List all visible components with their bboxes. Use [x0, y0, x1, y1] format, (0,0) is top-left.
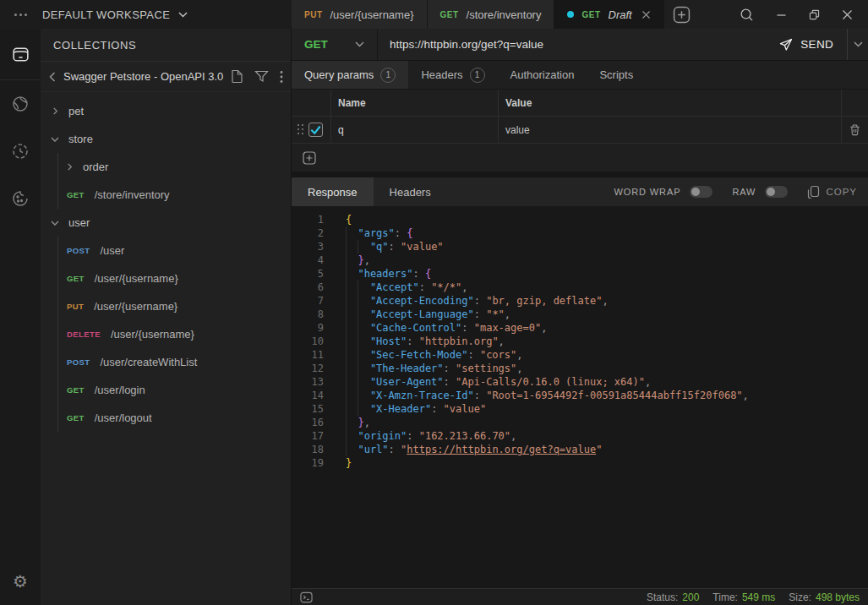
raw-toggle[interactable]: [765, 186, 788, 198]
line-content: "headers": {: [346, 267, 431, 281]
code-line: 6 "Accept": "*/*",: [292, 281, 868, 294]
minimize-button[interactable]: [776, 9, 787, 20]
tab-title: /user/{username}: [330, 8, 414, 21]
param-row: qvalue: [292, 117, 868, 144]
restore-button[interactable]: [809, 9, 820, 20]
word-wrap-toggle[interactable]: [690, 186, 712, 198]
settings-gear-icon[interactable]: ⚙: [13, 564, 28, 598]
line-content: "X-Amzn-Trace-Id": "Root=1-6954492f-0059…: [346, 389, 749, 402]
column-header-name: Name: [331, 90, 499, 116]
token: "162.213.66.70": [419, 430, 510, 442]
param-enabled-checkbox[interactable]: [308, 123, 323, 137]
code-line: 14 "X-Amzn-Trace-Id": "Root=1-6954492f-0…: [292, 389, 868, 402]
collection-request-row[interactable]: DELETE/user/{username}: [58, 320, 291, 348]
collection-folder-row[interactable]: user: [41, 209, 291, 237]
token: ,: [499, 335, 505, 347]
time-value: 549 ms: [742, 591, 775, 603]
indent-guide: [346, 416, 358, 429]
collection-request-row[interactable]: GET/user/{username}: [58, 264, 291, 292]
editor-tab[interactable]: GET/store/inventory: [428, 0, 555, 29]
line-content: },: [346, 416, 370, 429]
add-param-button[interactable]: [303, 151, 316, 165]
token: "cors": [480, 349, 516, 361]
back-chevron-icon[interactable]: [49, 72, 56, 82]
editor-tab[interactable]: GETDraft: [554, 0, 663, 29]
indent-guide: [358, 240, 369, 253]
collection-request-row[interactable]: POST/user/createWithList: [58, 348, 291, 376]
drag-handle-icon[interactable]: [298, 124, 304, 135]
collection-request-row[interactable]: GET/user/login: [58, 376, 291, 404]
send-button[interactable]: SEND: [767, 29, 847, 60]
line-number: 14: [292, 389, 324, 402]
indent-guide: [346, 375, 358, 389]
url-input[interactable]: [378, 29, 767, 60]
indent-guide: [346, 362, 358, 375]
console-icon[interactable]: [300, 591, 313, 603]
request-tab-label: Query params: [304, 68, 374, 81]
line-content: "args": {: [346, 226, 412, 240]
indent-guide: [346, 321, 358, 335]
search-icon[interactable]: [740, 8, 754, 22]
collection-request-row[interactable]: GET/store/inventory: [58, 181, 291, 209]
folder-label: user: [68, 216, 90, 229]
status-bar: Status: 200 Time: 549 ms Size: 498 bytes: [292, 588, 868, 605]
code-line: 3 "q": "value": [292, 240, 868, 253]
line-content: "Accept": "*/*",: [346, 281, 467, 294]
trash-icon: [849, 123, 861, 137]
method-dropdown[interactable]: GET: [292, 29, 378, 60]
new-tab-button[interactable]: [664, 0, 699, 29]
cookies-nav-icon[interactable]: [0, 175, 41, 222]
kebab-menu-icon[interactable]: [280, 70, 283, 84]
request-tab-headers[interactable]: Headers1: [408, 61, 497, 89]
send-options-chevron[interactable]: [847, 29, 868, 60]
tab-method-label: GET: [440, 10, 459, 19]
collection-request-row[interactable]: PUT/user/{username}: [58, 292, 291, 320]
indent-guide: [346, 281, 358, 294]
chevron-down-icon: [51, 135, 59, 144]
line-number: 15: [292, 402, 324, 416]
line-number: 7: [292, 294, 324, 308]
code-line: 10 "Host": "httpbin.org",: [292, 335, 868, 348]
request-path-label: /user/login: [95, 384, 145, 396]
panel-divider[interactable]: [292, 172, 868, 177]
collection-request-row[interactable]: POST/user: [58, 237, 291, 264]
titlebar-left: DEFAULT WORKSPACE: [0, 0, 292, 29]
param-value-cell[interactable]: value: [499, 117, 842, 143]
copy-button[interactable]: COPY: [807, 185, 857, 199]
collection-request-row[interactable]: GET/user/logout: [58, 404, 291, 432]
request-tab-authorization[interactable]: Authorization: [498, 61, 587, 89]
token: "httpbin.org": [419, 335, 499, 347]
line-number: 4: [292, 253, 324, 267]
response-tab-headers[interactable]: Headers: [374, 177, 447, 206]
token: "X-Amzn-Trace-Id": [370, 390, 474, 401]
response-tab-response[interactable]: Response: [292, 177, 374, 206]
collection-folder-row[interactable]: pet: [41, 97, 291, 125]
editor-tab-bar: PUT/user/{username}GET/store/inventoryGE…: [292, 0, 868, 29]
collection-folder-row[interactable]: store: [41, 125, 291, 153]
request-tab-scripts[interactable]: Scripts: [587, 61, 646, 89]
size-label: Size:: [789, 591, 811, 603]
delete-param-button[interactable]: [842, 117, 868, 143]
filter-funnel-icon[interactable]: [254, 70, 269, 83]
indent-guide: [358, 308, 369, 321]
sidebar: COLLECTIONS Swagger Petstore - OpenAPI 3…: [41, 29, 292, 605]
line-number: 16: [292, 416, 324, 429]
collection-name[interactable]: Swagger Petstore - OpenAPI 3.0: [63, 70, 223, 83]
response-body[interactable]: 1{2 "args": {3 "q": "value"4 },5 "header…: [292, 206, 868, 588]
workspace-selector[interactable]: DEFAULT WORKSPACE: [41, 8, 188, 21]
file-icon[interactable]: [231, 69, 243, 84]
param-name-cell[interactable]: q: [331, 117, 499, 143]
collections-nav-icon[interactable]: [0, 29, 41, 80]
close-window-button[interactable]: [842, 9, 853, 20]
environments-nav-icon[interactable]: [0, 80, 41, 128]
indent-guide: [358, 348, 369, 362]
collection-folder-row[interactable]: order: [58, 153, 291, 181]
editor-tab[interactable]: PUT/user/{username}: [292, 0, 428, 29]
request-tab-query-params[interactable]: Query params1: [292, 61, 408, 89]
close-tab-icon[interactable]: [641, 10, 651, 19]
history-nav-icon[interactable]: [0, 128, 41, 175]
request-method-label: POST: [67, 246, 90, 255]
app-menu-icon[interactable]: [0, 14, 41, 16]
token: :: [444, 362, 456, 374]
token: :: [407, 430, 418, 442]
